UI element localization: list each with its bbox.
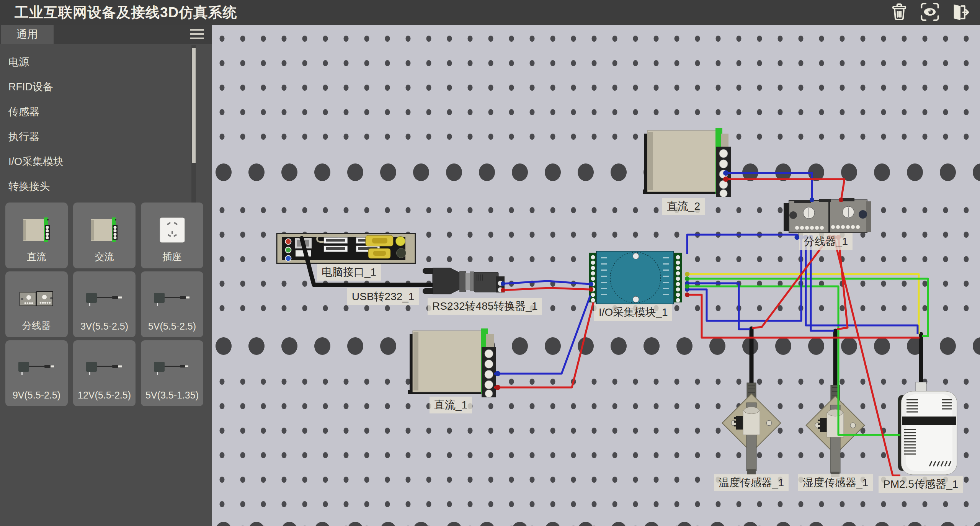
category-list: 电源 RFID设备 传感器 执行器 I/O采集模块 转换接头 — [0, 50, 188, 199]
pegboard-bigdot-band — [212, 156, 980, 189]
exit-button[interactable] — [950, 2, 971, 23]
sidebar-item-converter[interactable]: 转换接头 — [0, 174, 188, 199]
tile-label: 5V(3.5-1.35) — [141, 390, 203, 401]
sidebar-item-sensor[interactable]: 传感器 — [0, 100, 188, 124]
tile-dc-power[interactable]: 直流 — [5, 203, 68, 268]
pegboard-bigdot-band — [212, 330, 980, 363]
device-label-splitter: 分线器_1 — [799, 233, 853, 250]
tile-label: 分线器 — [5, 319, 68, 332]
power-adapter-icon — [153, 291, 191, 307]
device-label-dc-2: 直流_2 — [662, 198, 705, 215]
device-label-usb232: USB转232_1 — [347, 288, 419, 305]
sidebar-item-power[interactable]: 电源 — [0, 50, 188, 75]
device-label-rs232-485: RS232转485转换器_1 — [428, 298, 542, 315]
sidebar-scrollbar[interactable] — [191, 45, 196, 220]
tile-adapter-5v[interactable]: 5V(5.5-2.5) — [141, 271, 203, 337]
tab-general[interactable]: 通用 — [1, 25, 54, 44]
scrollbar-thumb[interactable] — [192, 48, 196, 163]
tile-adapter-12v[interactable]: 12V(5.5-2.5) — [73, 340, 136, 406]
exit-icon — [951, 2, 970, 23]
tile-label: 3V(5.5-2.5) — [73, 321, 136, 332]
eye-scan-icon — [920, 2, 940, 23]
device-pm25-sensor[interactable] — [898, 382, 957, 475]
power-adapter-icon — [85, 360, 124, 376]
pegboard-bigdot-band — [212, 518, 980, 526]
device-label-humidity-sensor: 湿度传感器_1 — [798, 474, 873, 491]
hamburger-icon[interactable] — [190, 29, 204, 40]
component-sidebar: 通用 电源 RFID设备 传感器 执行器 I/O采集模块 转换接头 直流 — [0, 25, 212, 526]
tile-socket[interactable]: 插座 — [141, 203, 203, 268]
view-reset-button[interactable] — [920, 2, 940, 23]
tile-label: 交流 — [73, 250, 136, 263]
power-adapter-icon — [18, 360, 56, 376]
tile-adapter-5v-mini[interactable]: 5V(3.5-1.35) — [141, 340, 203, 406]
delete-button[interactable] — [889, 2, 910, 23]
device-dc-2[interactable] — [643, 128, 731, 197]
device-splitter[interactable] — [784, 198, 871, 233]
simulation-canvas[interactable]: 电脑接口_1 USB转232_1 RS232转485转换器_1 I/O采集模块_… — [212, 25, 980, 526]
trash-icon — [889, 2, 909, 23]
top-bar: 工业互联网设备及接线3D仿真系统 — [0, 0, 980, 25]
device-pc-panel[interactable] — [277, 234, 415, 263]
ac-power-icon — [90, 217, 119, 243]
device-io-module[interactable] — [589, 251, 682, 304]
device-label-pm25-sensor: PM2.5传感器_1 — [879, 476, 963, 493]
tile-splitter[interactable]: 分线器 — [5, 271, 68, 337]
tile-ac-power[interactable]: 交流 — [73, 203, 136, 268]
splitter-icon — [19, 291, 54, 307]
tile-label: 插座 — [141, 250, 203, 263]
power-adapter-icon — [153, 360, 191, 376]
tile-label: 9V(5.5-2.5) — [5, 390, 68, 401]
sidebar-item-io-module[interactable]: I/O采集模块 — [0, 149, 188, 174]
toolbar — [889, 2, 971, 23]
tile-label: 5V(5.5-2.5) — [141, 321, 203, 332]
power-adapter-icon — [85, 291, 124, 307]
socket-icon — [158, 216, 186, 244]
tile-adapter-9v[interactable]: 9V(5.5-2.5) — [5, 340, 68, 406]
dc-power-icon — [22, 217, 52, 243]
tile-label: 12V(5.5-2.5) — [73, 390, 136, 401]
device-label-pc-panel: 电脑接口_1 — [317, 264, 381, 281]
sidebar-header: 通用 — [0, 25, 212, 44]
tile-label: 直流 — [5, 250, 68, 263]
component-tiles: 直流 交流 插座 — [5, 203, 203, 406]
device-label-io-module: I/O采集模块_1 — [594, 304, 672, 321]
sidebar-item-rfid[interactable]: RFID设备 — [0, 75, 188, 100]
sidebar-item-actuator[interactable]: 执行器 — [0, 124, 188, 149]
device-dc-1[interactable] — [408, 328, 496, 397]
app-title: 工业互联网设备及接线3D仿真系统 — [15, 3, 237, 22]
device-label-dc-1: 直流_1 — [430, 397, 472, 413]
device-label-temp-sensor: 温度传感器_1 — [714, 474, 789, 491]
tile-adapter-3v[interactable]: 3V(5.5-2.5) — [73, 271, 136, 337]
